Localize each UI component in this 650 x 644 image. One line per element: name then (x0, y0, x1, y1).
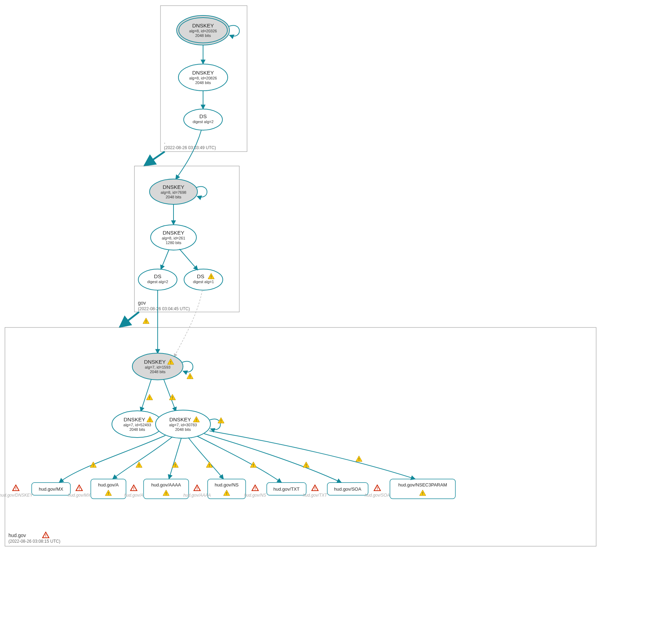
edge-delegation-root-gov (144, 152, 165, 166)
edge-self-gov-ksk (196, 186, 207, 197)
zone-box-hud (5, 327, 596, 546)
zone-label-gov: gov (138, 300, 146, 306)
ghost-label: hud.gov/SOA (365, 493, 390, 498)
node-sub: 2048 bits (166, 195, 182, 199)
edge-root-ds-gov-ksk (176, 130, 201, 179)
error-icon (194, 485, 200, 491)
rr-label: hud.gov/TXT (273, 486, 299, 492)
rr-label: hud.gov/A (98, 482, 119, 487)
node-title: DNSKEY (124, 416, 145, 422)
rr-ns[interactable]: hud.gov/NS (208, 479, 246, 499)
node-root-zsk[interactable]: DNSKEY alg=8, id=20826 2048 bits (178, 64, 228, 91)
node-sub: digest alg=1 (193, 280, 214, 284)
node-sub: alg=8, id=261 (162, 236, 185, 240)
error-icon (312, 485, 318, 491)
node-title: DNSKEY (192, 70, 214, 76)
node-title: DNSKEY (163, 230, 184, 236)
node-gov-ds1[interactable]: DS digest alg=2 (138, 269, 177, 290)
rr-aaaa[interactable]: hud.gov/AAAA (144, 479, 189, 499)
warning-icon (90, 462, 96, 467)
error-icon (374, 485, 380, 491)
node-sub: alg=8, id=7698 (161, 190, 187, 195)
node-sub: digest alg=2 (147, 280, 168, 284)
rr-label: hud.gov/NS (215, 482, 239, 487)
error-icon (76, 485, 82, 491)
rr-label: hud.gov/SOA (334, 486, 361, 492)
ghost-label: hud.gov/AAAA (183, 493, 211, 498)
edge-zsk2-nsec3 (209, 431, 415, 479)
node-sub: 2048 bits (175, 427, 191, 432)
edge-gov-zsk-ds1 (161, 250, 169, 269)
node-sub: 2048 bits (150, 370, 166, 374)
warning-icon (250, 462, 257, 467)
node-hud-zsk2[interactable]: DNSKEY alg=7, id=30783 2048 bits (156, 410, 210, 438)
node-gov-zsk[interactable]: DNSKEY alg=8, id=261 1280 bits (151, 225, 196, 250)
rr-soa[interactable]: hud.gov/SOA (327, 483, 368, 495)
node-sub: alg=7, id=52493 (124, 423, 151, 427)
rr-label: hud.gov/MX (39, 486, 63, 492)
node-sub: 1280 bits (166, 241, 182, 245)
node-title: DS (200, 113, 207, 119)
node-root-ds[interactable]: DS digest alg=2 (184, 109, 222, 130)
error-icon (13, 485, 19, 491)
warning-icon (143, 318, 149, 324)
node-title: DNSKEY (192, 23, 214, 28)
edge-zsk2-soa (204, 434, 341, 483)
edge-zsk2-mx (59, 435, 165, 483)
edge-gov-ds2-hud-ksk (174, 290, 202, 357)
node-title: DNSKEY (144, 359, 166, 365)
rr-mx[interactable]: hud.gov/MX (32, 483, 70, 495)
warning-icon (136, 462, 142, 467)
node-sub: digest alg=2 (193, 120, 214, 124)
error-icon (252, 485, 258, 491)
warning-icon (303, 462, 309, 467)
edge-zsk2-aaaa (169, 438, 181, 479)
rr-nsec3param[interactable]: hud.gov/NSEC3PARAM (390, 479, 455, 499)
edge-zsk2-a (113, 437, 172, 479)
edge-gov-zsk-ds2 (179, 249, 198, 270)
node-title: DS (197, 273, 204, 279)
rr-txt[interactable]: hud.gov/TXT (267, 483, 306, 495)
node-sub: alg=7, id=30783 (169, 423, 197, 427)
node-sub: 2048 bits (130, 427, 145, 432)
edge-self-hud-ksk (182, 361, 193, 372)
warning-icon (356, 456, 362, 461)
node-title: DNSKEY (163, 184, 184, 190)
node-title: DS (154, 273, 162, 279)
zone-label-root: . (164, 139, 165, 145)
edge-self-root-ksk (229, 25, 239, 36)
ghost-label: hud.gov/A (124, 493, 143, 498)
ghost-label: hud.gov/DNSKEY (0, 493, 33, 498)
edge-zsk2-ns (188, 438, 223, 479)
node-gov-ksk[interactable]: DNSKEY alg=8, id=7698 2048 bits (150, 179, 197, 204)
node-sub: alg=8, id=20326 (189, 29, 217, 33)
node-root-ksk[interactable]: DNSKEY alg=8, id=20326 2048 bits (177, 15, 229, 45)
edge-self-hud-zsk2 (210, 419, 220, 429)
dnssec-graph: ! ! . (2022-08-26 03:03:49 UTC) DNSKEY a… (0, 0, 650, 644)
node-title: DNSKEY (169, 416, 191, 422)
ghost-label: hud.gov/TXT (303, 493, 328, 498)
rr-label: hud.gov/AAAA (151, 482, 181, 487)
edge-hud-ksk-zsk2 (164, 379, 176, 412)
error-icon (131, 485, 137, 491)
zone-timestamp-hud: (2022-08-26 03:08:15 UTC) (8, 539, 60, 544)
zone-timestamp-gov: (2022-08-26 03:04:45 UTC) (138, 306, 190, 311)
node-sub: alg=8, id=20826 (189, 76, 217, 80)
node-sub: 2048 bits (195, 81, 211, 85)
zone-timestamp-root: (2022-08-26 03:03:49 UTC) (164, 145, 216, 150)
rr-label: hud.gov/NSEC3PARAM (398, 482, 447, 487)
node-gov-ds2[interactable]: DS digest alg=1 (184, 269, 223, 290)
warning-icon (146, 394, 153, 400)
edge-zsk2-txt (197, 436, 282, 483)
node-sub: alg=7, id=1593 (145, 365, 171, 369)
error-icon (43, 532, 49, 538)
node-sub: 2048 bits (195, 33, 211, 38)
rr-a[interactable]: hud.gov/A (91, 479, 126, 499)
ghost-label: hud.gov/MX (68, 493, 91, 498)
ghost-label: hud.gov/NS (244, 493, 266, 498)
zone-label-hud: hud.gov (8, 533, 26, 538)
warning-icon (187, 373, 193, 379)
edge-delegation-gov-hud (120, 312, 139, 327)
node-hud-zsk1[interactable]: DNSKEY alg=7, id=52493 2048 bits (112, 411, 163, 438)
node-hud-ksk[interactable]: DNSKEY alg=7, id=1593 2048 bits (132, 353, 183, 380)
